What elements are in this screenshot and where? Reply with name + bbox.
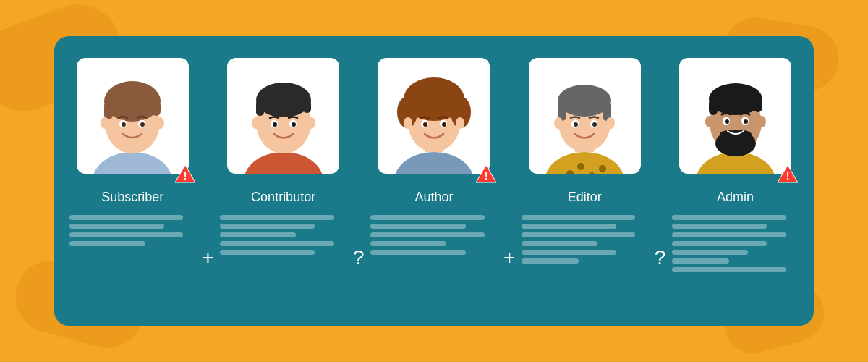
svg-rect-63 — [709, 99, 718, 115]
avatar-contributor — [237, 69, 331, 174]
svg-point-58 — [606, 117, 615, 129]
admin-bars — [672, 215, 799, 272]
role-subscriber: ! Subscriber — [69, 58, 196, 246]
bar — [672, 215, 786, 220]
bar — [672, 250, 748, 255]
svg-point-73 — [757, 116, 766, 127]
admin-label: Admin — [717, 190, 754, 205]
svg-text:!: ! — [786, 170, 790, 182]
avatar-author — [387, 69, 481, 174]
bar — [672, 258, 729, 264]
svg-point-56 — [592, 122, 597, 127]
avatar-box-author: ! — [378, 58, 490, 174]
bar — [370, 232, 485, 237]
bar — [522, 258, 579, 264]
svg-point-38 — [442, 122, 446, 127]
connector-plus-2: + — [498, 246, 520, 269]
avatar-subscriber — [85, 69, 179, 174]
warning-badge-admin: ! — [777, 164, 799, 184]
avatar-box-editor — [529, 58, 641, 174]
author-label: Author — [414, 190, 453, 205]
svg-point-0 — [93, 152, 172, 174]
bar — [370, 241, 446, 246]
svg-rect-4 — [104, 101, 113, 119]
svg-point-37 — [423, 122, 427, 127]
bar — [370, 215, 485, 220]
subscriber-bars — [69, 215, 196, 246]
svg-point-34 — [420, 80, 448, 101]
role-editor: Editor — [522, 58, 648, 264]
author-bars — [370, 215, 497, 255]
bar — [69, 215, 184, 220]
bar — [370, 224, 465, 229]
bar — [69, 241, 145, 246]
avatar-box-contributor — [227, 58, 339, 174]
connector-question-1: ? — [348, 246, 370, 269]
bar — [220, 224, 315, 229]
avatar-box-admin: ! — [679, 58, 791, 174]
bar — [522, 241, 597, 246]
svg-point-55 — [574, 122, 578, 127]
warning-badge-subscriber: ! — [174, 164, 196, 184]
editor-label: Editor — [568, 190, 602, 205]
svg-point-11 — [156, 117, 164, 129]
svg-rect-18 — [256, 100, 264, 116]
svg-point-17 — [256, 83, 311, 117]
warning-badge-author: ! — [475, 164, 497, 184]
svg-point-9 — [140, 122, 145, 127]
svg-rect-19 — [303, 100, 311, 113]
contributor-bars — [220, 215, 346, 255]
svg-rect-5 — [152, 101, 161, 116]
bar — [522, 250, 616, 255]
svg-point-23 — [292, 122, 296, 127]
bar — [522, 232, 636, 237]
svg-point-45 — [577, 163, 584, 170]
bar — [672, 241, 767, 246]
svg-point-14 — [244, 152, 323, 174]
svg-point-39 — [404, 117, 412, 129]
bar — [672, 267, 786, 272]
bar — [220, 215, 334, 220]
svg-point-47 — [599, 165, 606, 172]
bar — [220, 232, 296, 237]
role-author: ! Author — [370, 58, 497, 255]
editor-bars — [522, 215, 648, 264]
svg-point-57 — [554, 117, 563, 129]
bar — [69, 224, 164, 229]
avatar-box-subscriber: ! — [77, 58, 189, 174]
svg-point-72 — [705, 116, 714, 127]
svg-point-71 — [744, 119, 748, 124]
svg-point-43 — [545, 152, 624, 174]
bar — [522, 224, 616, 229]
avatar-admin — [689, 69, 783, 174]
bar — [220, 241, 334, 246]
connector-question-2: ? — [649, 246, 671, 269]
role-contributor: Contributor — [220, 58, 346, 255]
bar — [220, 250, 315, 255]
svg-point-10 — [101, 117, 109, 129]
bar — [522, 215, 636, 220]
bar — [69, 232, 184, 237]
subscriber-label: Subscriber — [101, 190, 163, 205]
bar — [672, 232, 786, 237]
role-admin: ! Admin — [672, 58, 799, 272]
svg-text:!: ! — [183, 170, 187, 182]
avatar-editor — [537, 69, 631, 174]
svg-point-70 — [725, 119, 729, 124]
roles-card: ! Subscriber + — [54, 36, 814, 326]
svg-text:!: ! — [485, 170, 488, 182]
bar — [672, 224, 767, 229]
svg-point-40 — [456, 117, 464, 129]
svg-rect-64 — [754, 99, 762, 112]
svg-point-24 — [252, 117, 260, 129]
connector-plus-1: + — [197, 246, 218, 269]
svg-point-25 — [307, 117, 315, 129]
svg-point-22 — [273, 122, 277, 127]
svg-point-26 — [394, 152, 474, 174]
bar — [370, 250, 465, 255]
svg-point-8 — [122, 122, 126, 127]
contributor-label: Contributor — [251, 190, 315, 205]
